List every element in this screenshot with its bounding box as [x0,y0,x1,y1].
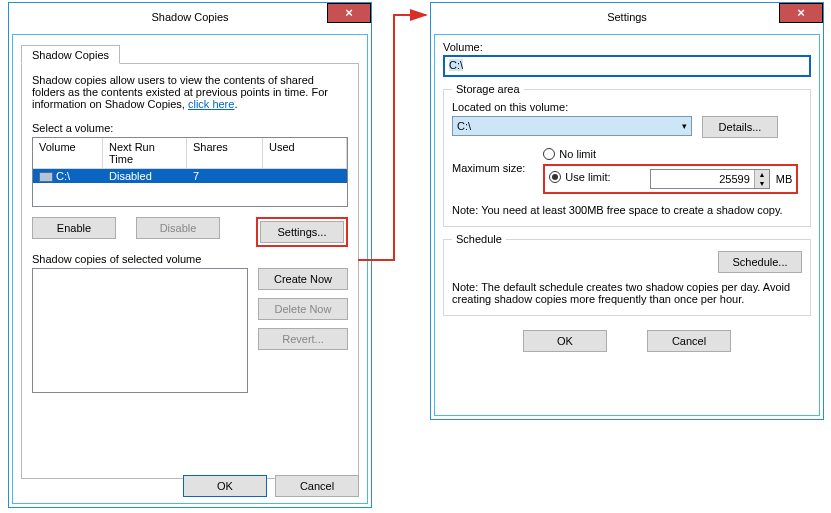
schedule-group: Schedule Schedule... Note: The default s… [443,233,811,316]
close-icon[interactable]: × [779,3,823,23]
chevron-down-icon: ▾ [682,121,687,131]
schedule-legend: Schedule [452,233,506,245]
schedule-note: Note: The default schedule creates two s… [452,281,802,305]
left-titlebar: Shadow Copies × [9,3,371,31]
col-volume[interactable]: Volume [33,138,103,169]
right-title: Settings [607,11,647,23]
no-limit-radio[interactable]: No limit [543,148,596,160]
located-volume-dropdown[interactable]: C:\▾ [452,116,692,136]
schedule-button[interactable]: Schedule... [718,251,802,273]
delete-now-button: Delete Now [258,298,348,320]
col-used[interactable]: Used [263,138,347,169]
revert-button: Revert... [258,328,348,350]
use-limit-radio[interactable]: Use limit: [549,171,610,183]
settings-cancel-button[interactable]: Cancel [647,330,731,352]
volume-field[interactable]: C:\ [443,55,811,77]
storage-area-group: Storage area Located on this volume: C:\… [443,83,811,227]
spinner-up-icon[interactable]: ▲ [755,170,769,179]
tab-shadow-copies[interactable]: Shadow Copies [21,45,120,64]
details-button[interactable]: Details... [702,116,778,138]
unit-label: MB [776,173,793,185]
settings-ok-button[interactable]: OK [523,330,607,352]
storage-note: Note: You need at least 300MB free space… [452,204,802,216]
table-row[interactable]: C:\ Disabled 7 [33,169,347,183]
left-title: Shadow Copies [151,11,228,23]
selected-copies-list[interactable] [32,268,248,393]
create-now-button[interactable]: Create Now [258,268,348,290]
close-icon[interactable]: × [327,3,371,23]
right-titlebar: Settings × [431,3,823,31]
enable-button[interactable]: Enable [32,217,116,239]
settings-window: Settings × Volume: C:\ Storage area Loca… [430,2,824,420]
ok-button[interactable]: OK [183,475,267,497]
select-volume-label: Select a volume: [32,122,348,134]
shadow-copies-window: Shadow Copies × Shadow Copies Shadow cop… [8,2,372,508]
located-label: Located on this volume: [452,101,802,113]
volume-table[interactable]: Volume Next Run Time Shares Used C:\ Dis… [32,137,348,207]
storage-legend: Storage area [452,83,524,95]
disable-button: Disable [136,217,220,239]
click-here-link[interactable]: click here [188,98,234,110]
selected-volume-label: Shadow copies of selected volume [32,253,348,265]
spinner-down-icon[interactable]: ▼ [755,179,769,188]
intro-text: Shadow copies allow users to view the co… [32,74,328,110]
maxsize-label: Maximum size: [452,148,525,174]
volume-label: Volume: [443,41,811,53]
disk-icon [39,172,53,182]
settings-button[interactable]: Settings... [260,221,344,243]
col-shares[interactable]: Shares [187,138,263,169]
cancel-button[interactable]: Cancel [275,475,359,497]
col-next[interactable]: Next Run Time [103,138,187,169]
limit-input[interactable]: 25599 ▲▼ [650,169,770,189]
